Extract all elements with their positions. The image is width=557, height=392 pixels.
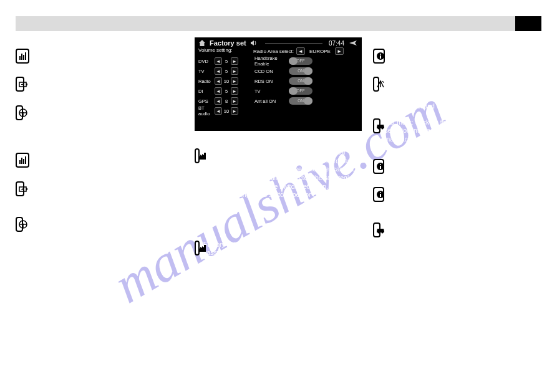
svg-point-31 xyxy=(382,127,384,129)
item-text: Factory setting: Click on this icon, ent… xyxy=(203,241,369,292)
item-text: Steering Wheel Control: Click on this ic… xyxy=(27,217,190,242)
item-eq-1: Graphic EQ: Click on this icon to operat… xyxy=(16,49,190,65)
svg-rect-2 xyxy=(23,55,24,60)
column-1: Graphic EQ: Click on this icon to operat… xyxy=(16,37,190,250)
svg-point-39 xyxy=(382,232,384,234)
dec-button[interactable]: ◄ xyxy=(215,97,222,105)
svg-point-36 xyxy=(380,192,381,193)
toggle[interactable]: ON xyxy=(289,77,312,85)
item-text: 11. MCU Version: Click on this icon, ent… xyxy=(388,187,548,204)
vol-row: Radio◄10► xyxy=(198,76,254,86)
info-icon xyxy=(373,49,385,64)
region-value: EUROPE xyxy=(308,49,332,54)
toggle[interactable]: OFF xyxy=(289,57,312,65)
inc-button[interactable]: ► xyxy=(231,97,238,105)
item-text: Graphic EQ: Click on this icon to operat… xyxy=(33,49,190,65)
svg-rect-5 xyxy=(26,84,27,85)
antenna-icon xyxy=(373,77,379,92)
item-text: Steering Wheel Control: Click on this ic… xyxy=(27,105,190,131)
factory-icon xyxy=(195,241,200,256)
vol-row: TV◄5► xyxy=(198,66,254,76)
item-mcu-2: 11. MCU Version: Click on this icon, ent… xyxy=(373,187,548,204)
column-3: MCU Version: Click on this icon, enter t… xyxy=(373,37,548,256)
vol-row: GPS◄8► xyxy=(198,96,254,106)
toggle-row: RDS ONON xyxy=(254,76,358,86)
info-icon xyxy=(373,159,384,174)
radio-area-label: Radio Area select: xyxy=(253,49,294,54)
item-steering-2: Steering Wheel Control: Click on this ic… xyxy=(16,217,190,242)
svg-rect-0 xyxy=(19,56,21,60)
toggle-row: Ant all ONON xyxy=(254,96,358,106)
item-text: BT Reset: Click on this icon, enter the … xyxy=(383,77,548,111)
vol-row: BT audio◄10► xyxy=(198,106,254,116)
inc-button[interactable]: ► xyxy=(231,67,238,75)
toggle[interactable]: OFF xyxy=(289,87,312,95)
item-mcu-1: MCU Version: Click on this icon, enter t… xyxy=(373,49,548,65)
car-icon xyxy=(373,222,380,237)
volume-list: DVD◄5► TV◄5► Radio◄10► DI◄5► GPS◄8► BT a… xyxy=(198,56,254,116)
svg-rect-1 xyxy=(21,54,22,60)
vol-row: DI◄5► xyxy=(198,86,254,96)
screen-title: Factory set xyxy=(210,39,246,47)
item-eq-2: Graphic EQ: Click on this icon to operat… xyxy=(16,153,190,170)
inc-button[interactable]: ► xyxy=(231,57,238,65)
dec-button[interactable]: ◄ xyxy=(215,77,222,85)
region-prev-button[interactable]: ◄ xyxy=(296,47,305,55)
back-arrow-icon[interactable] xyxy=(348,39,358,47)
svg-rect-37 xyxy=(380,194,381,197)
volume-setting-label: Volume setting: xyxy=(198,47,253,55)
toggle-row: CCD ONON xyxy=(254,66,358,76)
dec-button[interactable]: ◄ xyxy=(215,87,222,95)
clock: 07:44 xyxy=(329,40,344,47)
item-text: Battery: Click on this icon to enter bat… xyxy=(28,77,190,93)
item-car-1: Car mark: Click on this icon, enter the … xyxy=(373,118,548,144)
column-2: Factory set 07:44 Volume setting: Radio … xyxy=(195,37,369,299)
svg-point-33 xyxy=(380,164,381,165)
volume-slider[interactable] xyxy=(265,43,322,44)
item-car-2: Car mark: Click on this icon, enter the … xyxy=(373,222,548,248)
svg-rect-14 xyxy=(21,158,22,164)
region-next-button[interactable]: ► xyxy=(335,47,344,55)
header-tab xyxy=(515,16,541,31)
svg-rect-34 xyxy=(380,166,381,169)
inc-button[interactable]: ► xyxy=(231,107,238,115)
eq-icon xyxy=(16,153,29,168)
inc-button[interactable]: ► xyxy=(231,87,238,95)
home-icon[interactable] xyxy=(198,39,206,47)
steering-icon xyxy=(16,217,23,232)
toggle[interactable]: ON xyxy=(289,67,312,75)
item-text: 9. DVD Version: Click on this icon, ente… xyxy=(388,159,548,176)
dec-button[interactable]: ◄ xyxy=(215,57,222,65)
toggle-list: Handbrake EnableOFF CCD ONON RDS ONON TV… xyxy=(254,56,358,116)
header-bar xyxy=(16,16,541,31)
svg-point-38 xyxy=(378,232,380,234)
vol-row: DVD◄5► xyxy=(198,56,254,66)
steering-icon xyxy=(16,105,23,120)
svg-rect-15 xyxy=(23,159,24,164)
item-factory-2: Factory setting: Click on this icon, ent… xyxy=(195,241,369,292)
item-text: Car mark: Click on this icon, enter the … xyxy=(384,118,548,144)
toggle[interactable]: ON xyxy=(289,97,312,105)
car-icon xyxy=(373,118,380,133)
item-text: Car mark: Click on this icon, enter the … xyxy=(384,222,548,248)
svg-rect-3 xyxy=(25,52,26,60)
battery-icon xyxy=(16,181,24,196)
svg-rect-16 xyxy=(25,156,26,164)
info-icon xyxy=(373,187,384,202)
dec-button[interactable]: ◄ xyxy=(215,67,222,75)
dec-button[interactable]: ◄ xyxy=(215,107,222,115)
svg-point-27 xyxy=(380,54,381,55)
inc-button[interactable]: ► xyxy=(231,77,238,85)
item-steering-1: Steering Wheel Control: Click on this ic… xyxy=(16,105,190,131)
item-factory-1: Factory setting: Click on this icon, ent… xyxy=(195,148,369,199)
svg-point-30 xyxy=(378,127,380,129)
svg-rect-13 xyxy=(19,160,21,164)
toggle-row: TVOFF xyxy=(254,86,358,96)
item-text: Factory setting: Click on this icon, ent… xyxy=(203,148,369,199)
factory-set-screenshot: Factory set 07:44 Volume setting: Radio … xyxy=(195,37,362,131)
svg-rect-28 xyxy=(380,55,381,59)
svg-point-22 xyxy=(22,224,24,226)
item-text: Graphic EQ: Click on this icon to operat… xyxy=(33,153,190,170)
speaker-icon[interactable] xyxy=(250,40,259,46)
eq-icon xyxy=(16,49,29,64)
